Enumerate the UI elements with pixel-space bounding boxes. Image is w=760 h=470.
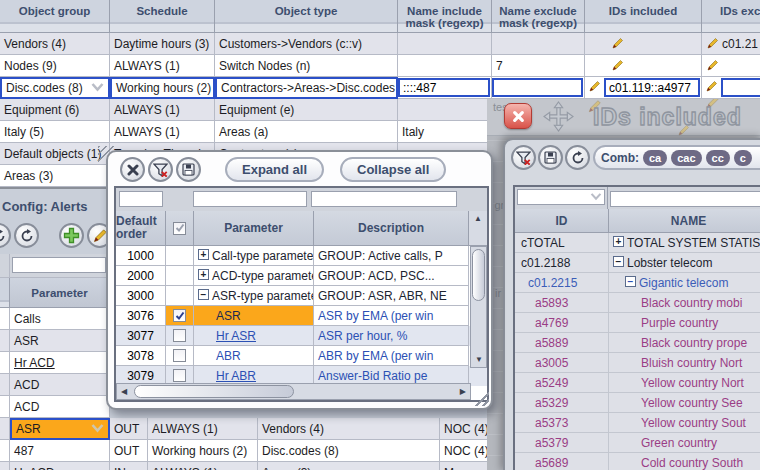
col-header-object-type[interactable]: Object type xyxy=(215,0,398,33)
scroll-down-arrow[interactable]: ▼ xyxy=(475,356,483,364)
schedule-editor[interactable]: Working hours (2) xyxy=(110,77,215,99)
cell-name[interactable]: Green country xyxy=(609,433,760,453)
col-header-checkbox[interactable] xyxy=(166,211,194,246)
cell-order[interactable]: 3000 xyxy=(116,286,166,306)
add-icon[interactable] xyxy=(59,223,84,248)
scroll-up-arrow[interactable]: ▲ xyxy=(469,211,487,246)
cell-type[interactable]: Switch Nodes (n) xyxy=(215,55,398,77)
col-header-id[interactable]: ID xyxy=(515,209,609,233)
cell-name[interactable]: Yellow country Sout xyxy=(609,413,760,433)
cell-id[interactable]: a5329 xyxy=(515,393,609,413)
cell-id[interactable]: a5889 xyxy=(515,333,609,353)
cell-parameter[interactable]: ABR xyxy=(194,346,314,366)
collapse-minus-icon[interactable]: − xyxy=(625,276,636,287)
pencil-icon[interactable] xyxy=(611,59,624,75)
collapse-minus-icon[interactable]: − xyxy=(613,256,624,267)
cell-name[interactable]: Black country prope xyxy=(609,333,760,353)
cell-direction[interactable]: OUT xyxy=(110,418,148,440)
col-header-parameter[interactable]: Parameter xyxy=(194,211,314,246)
ids-included-input[interactable] xyxy=(604,78,700,97)
cell-parameter[interactable]: 487 xyxy=(10,440,110,462)
cell-parameter[interactable]: ACD xyxy=(10,396,110,418)
checkbox-unchecked[interactable] xyxy=(173,329,186,342)
cell-parameter[interactable]: −ASR-type parameters xyxy=(194,286,314,306)
cell-order[interactable]: 3077 xyxy=(116,326,166,346)
pencil-icon[interactable] xyxy=(588,80,601,96)
parameter-dropdown[interactable]: ASR xyxy=(10,418,110,440)
cell-group[interactable]: Default objects (1) xyxy=(0,143,110,165)
cell-name[interactable]: Purple country xyxy=(609,313,760,333)
expand-plus-icon[interactable]: + xyxy=(613,236,624,247)
refresh-icon[interactable] xyxy=(0,223,11,248)
cell-id[interactable]: a5373 xyxy=(515,413,609,433)
cell-order[interactable]: 2000 xyxy=(116,266,166,286)
comb-button-cac[interactable]: cac xyxy=(671,150,701,166)
object-group-dropdown[interactable]: Disc.codes (8) xyxy=(0,77,110,99)
cell-parameter[interactable]: Hr ASR xyxy=(194,326,314,346)
cell-group[interactable]: Vendors (4) xyxy=(0,33,110,55)
cell-description[interactable]: ASR by EMA (per win xyxy=(314,306,469,326)
cell-direction[interactable]: IN xyxy=(110,462,148,470)
col-header-ids-included[interactable]: IDs included xyxy=(585,0,702,33)
cell-object-group[interactable]: Vendors (4) xyxy=(258,418,440,440)
cell-name[interactable]: −Lobster telecom xyxy=(609,253,760,273)
checkbox-unchecked[interactable] xyxy=(173,349,186,362)
cell-order[interactable]: 3078 xyxy=(116,346,166,366)
name-exclude-input[interactable] xyxy=(492,78,583,97)
save-icon[interactable] xyxy=(538,145,563,170)
cell-object-group[interactable]: Areas (3) xyxy=(258,462,440,470)
description-filter-input[interactable] xyxy=(311,191,457,207)
cell-id[interactable]: a5379 xyxy=(515,433,609,453)
cell-exclude[interactable]: 7 xyxy=(492,55,585,77)
pencil-icon[interactable] xyxy=(705,80,718,96)
scroll-right-arrow[interactable]: ▶ xyxy=(460,388,466,396)
cell-direction[interactable]: OUT xyxy=(110,440,148,462)
col-header-name-exclude[interactable]: Name exclude mask (regexp) xyxy=(492,0,585,33)
cell-group[interactable]: Italy (5) xyxy=(0,121,110,143)
cell-schedule[interactable]: Working hours (2) xyxy=(148,440,258,462)
checkbox-unchecked[interactable] xyxy=(173,369,186,382)
cell-description[interactable]: GROUP: Active calls, P xyxy=(314,246,469,266)
collapse-minus-icon[interactable]: − xyxy=(198,289,209,300)
refresh-icon[interactable] xyxy=(565,145,590,170)
cell-name[interactable]: +TOTAL SYSTEM STATIS xyxy=(609,233,760,253)
cell-schedule[interactable]: ALWAYS (1) xyxy=(110,99,215,121)
cell-id[interactable]: c01.2215 xyxy=(515,273,609,293)
reload-icon[interactable] xyxy=(14,223,39,248)
col-header-default-order[interactable]: Default order xyxy=(116,211,166,246)
ids-excluded-input[interactable] xyxy=(721,78,760,97)
save-icon[interactable] xyxy=(176,157,201,182)
cell-type[interactable]: Equipment (e) xyxy=(215,99,398,121)
cell-description[interactable]: ASR per hour, % xyxy=(314,326,469,346)
expand-all-button[interactable]: Expand all xyxy=(225,157,324,182)
comb-button-ca[interactable]: ca xyxy=(643,150,667,166)
col-header-object-group[interactable]: Object group xyxy=(0,0,110,33)
cell-parameter[interactable]: Calls xyxy=(10,308,110,330)
cell-parameter[interactable]: ACD xyxy=(10,374,110,396)
scrollbar-thumb[interactable] xyxy=(134,385,294,398)
collapse-all-button[interactable]: Collapse all xyxy=(340,157,446,182)
cell-id[interactable]: a5689 xyxy=(515,453,609,470)
parameter-filter-input[interactable] xyxy=(193,191,307,207)
comb-button-cut[interactable]: c xyxy=(734,150,752,166)
cell-group[interactable]: Areas (3) xyxy=(0,165,110,187)
cell-description[interactable]: ABR by EMA (per win xyxy=(314,346,469,366)
cell-include[interactable] xyxy=(398,99,492,121)
expand-plus-icon[interactable]: + xyxy=(198,249,209,260)
cell-description[interactable]: GROUP: ASR, ABR, NE xyxy=(314,286,469,306)
col-header-ids-excluded[interactable]: IDs excluded xyxy=(702,0,760,33)
cell-object-group[interactable]: Disc.codes (8) xyxy=(258,440,440,462)
cell-schedule[interactable]: ALWAYS (1) xyxy=(110,121,215,143)
cell-group[interactable]: Equipment (6) xyxy=(0,99,110,121)
pencil-icon[interactable] xyxy=(706,59,719,75)
cell-name[interactable]: Yellow country Nort xyxy=(609,373,760,393)
cell-schedule[interactable]: ALWAYS (1) xyxy=(148,418,258,440)
vertical-scrollbar[interactable]: ▼ xyxy=(470,246,487,368)
horizontal-scrollbar[interactable]: ◀ ▶ xyxy=(116,383,471,400)
cell-include[interactable] xyxy=(398,33,492,55)
col-header-schedule[interactable]: Schedule xyxy=(110,0,215,33)
scrollbar-thumb[interactable] xyxy=(472,249,485,301)
cell-name[interactable]: Yellow country See xyxy=(609,393,760,413)
object-type-editor[interactable]: Contractors->Areas->Disc.codes xyxy=(215,77,398,99)
chevron-down-icon[interactable] xyxy=(91,81,104,95)
